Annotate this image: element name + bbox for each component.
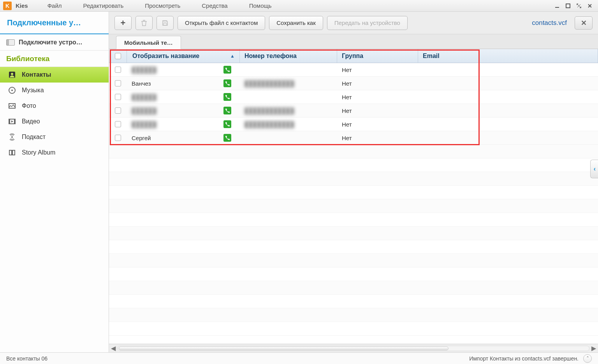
side-panel-toggle[interactable]: ‹ — [590, 160, 598, 178]
table-row[interactable]: ██████Нет — [109, 90, 598, 104]
scroll-thumb[interactable] — [119, 346, 448, 350]
table-row[interactable]: Ванчез████████████Нет — [109, 77, 598, 90]
minimize-icon[interactable] — [554, 2, 561, 9]
scroll-track[interactable] — [118, 346, 589, 351]
phone-badge-icon — [223, 79, 231, 87]
menu-tools[interactable]: Средства — [202, 2, 227, 9]
table-header: Отобразить название ▲ Номер телефона Гру… — [109, 49, 598, 63]
svg-point-4 — [11, 90, 13, 91]
header-group[interactable]: Группа — [337, 49, 418, 63]
maximize-icon[interactable] — [565, 2, 572, 9]
tabbar: Мобильный те… — [109, 34, 598, 49]
sort-ascending-icon: ▲ — [230, 53, 235, 59]
toolbar: + Открыть файл с контактом Сохранить как… — [109, 12, 598, 34]
tab-mobile-phone[interactable]: Мобильный те… — [116, 36, 181, 49]
contact-icon — [8, 70, 16, 79]
close-icon[interactable] — [586, 2, 593, 9]
sidebar-item-label: Видео — [22, 118, 40, 125]
phone-badge-icon — [223, 93, 231, 101]
menu-view[interactable]: Просмотреть — [145, 2, 180, 9]
open-contact-file-button[interactable]: Открыть файл с контактом — [178, 16, 265, 30]
phone-badge-icon — [223, 107, 231, 114]
horizontal-scrollbar[interactable]: ◀ ▶ — [109, 344, 598, 352]
status-right: Импорт Контакты из contacts.vcf завершен… — [469, 355, 579, 362]
cell-display-name: ██████ — [127, 104, 240, 117]
window-controls — [554, 2, 598, 9]
header-display-name[interactable]: Отобразить название ▲ — [127, 49, 240, 63]
cell-display-name: ██████ — [127, 118, 240, 131]
cell-display-name: Сергей — [127, 131, 240, 144]
sidebar-item-video[interactable]: Видео — [0, 114, 109, 129]
table-row[interactable]: СергейНет — [109, 131, 598, 145]
row-checkbox[interactable] — [109, 63, 127, 76]
scroll-right-icon[interactable]: ▶ — [589, 345, 598, 352]
sidebar-device-prompt[interactable]: Подключите устро… — [0, 34, 109, 51]
sidebar-item-label: Story Album — [22, 149, 55, 156]
cell-group: Нет — [337, 77, 418, 90]
cell-display-name: Ванчез — [127, 77, 240, 90]
sidebar-item-podcast[interactable]: Подкаст — [0, 129, 109, 145]
header-checkbox[interactable] — [109, 49, 127, 63]
cell-email — [418, 77, 598, 90]
sidebar-item-story-album[interactable]: Story Album — [0, 145, 109, 160]
menu-help[interactable]: Помощь — [249, 2, 272, 9]
status-expand-button[interactable]: ˄ — [583, 354, 592, 363]
transfer-to-device-button[interactable]: Передать на устройство — [327, 16, 408, 30]
scroll-left-icon[interactable]: ◀ — [109, 345, 118, 352]
podcast-icon — [8, 133, 16, 141]
header-email[interactable]: Email — [418, 49, 598, 63]
menu-file[interactable]: Файл — [47, 2, 62, 9]
close-file-button[interactable]: ✕ — [575, 16, 593, 30]
cell-phone: ████████████ — [240, 77, 337, 90]
statusbar: Все контакты 06 Импорт Контакты из conta… — [0, 352, 598, 364]
cell-group: Нет — [337, 104, 418, 117]
cell-phone — [240, 63, 337, 76]
sidebar-item-photo[interactable]: Фото — [0, 98, 109, 114]
contacts-table: Отобразить название ▲ Номер телефона Гру… — [109, 49, 598, 344]
fullscreen-icon[interactable] — [575, 2, 582, 9]
save-icon — [162, 19, 169, 26]
svg-rect-8 — [14, 119, 15, 124]
cell-phone: ████████████ — [240, 104, 337, 117]
device-icon — [6, 39, 15, 46]
cell-group: Нет — [337, 90, 418, 104]
sidebar-item-music[interactable]: Музыка — [0, 83, 109, 98]
sidebar-header-connected[interactable]: Подключенные у… — [0, 12, 109, 34]
cell-display-name: ██████ — [127, 90, 240, 104]
svg-marker-9 — [11, 120, 13, 123]
sidebar: Подключенные у… Подключите устро… Библио… — [0, 12, 109, 352]
row-checkbox[interactable] — [109, 118, 127, 131]
cell-group: Нет — [337, 118, 418, 131]
svg-rect-7 — [9, 119, 10, 124]
row-checkbox[interactable] — [109, 77, 127, 90]
chevron-up-icon: ˄ — [586, 355, 589, 362]
sidebar-item-label: Фото — [22, 102, 36, 109]
svg-point-10 — [11, 136, 13, 138]
table-row[interactable]: ██████████████████Нет — [109, 118, 598, 131]
chevron-left-icon: ‹ — [594, 165, 596, 172]
save-as-button[interactable]: Сохранить как — [269, 16, 323, 30]
save-button[interactable] — [157, 16, 174, 30]
content-area: + Открыть файл с контактом Сохранить как… — [109, 12, 598, 352]
cell-group: Нет — [337, 63, 418, 76]
sidebar-item-label: Музыка — [22, 87, 44, 94]
header-phone[interactable]: Номер телефона — [240, 49, 337, 63]
sidebar-item-contacts[interactable]: Контакты — [0, 67, 109, 83]
cell-email — [418, 90, 598, 104]
menu-edit[interactable]: Редактировать — [83, 2, 124, 9]
delete-button[interactable] — [135, 16, 153, 30]
plus-icon: + — [121, 18, 126, 28]
cell-email — [418, 118, 598, 131]
row-checkbox[interactable] — [109, 131, 127, 144]
table-row[interactable]: ██████Нет — [109, 63, 598, 77]
current-filename: contacts.vcf — [412, 19, 571, 27]
row-checkbox[interactable] — [109, 104, 127, 117]
row-checkbox[interactable] — [109, 90, 127, 104]
cell-email — [418, 63, 598, 76]
phone-badge-icon — [223, 134, 231, 142]
sidebar-item-label: Контакты — [22, 71, 51, 78]
cell-group: Нет — [337, 131, 418, 144]
add-button[interactable]: + — [114, 16, 132, 30]
table-row[interactable]: ██████████████████Нет — [109, 104, 598, 118]
cell-phone — [240, 131, 337, 144]
